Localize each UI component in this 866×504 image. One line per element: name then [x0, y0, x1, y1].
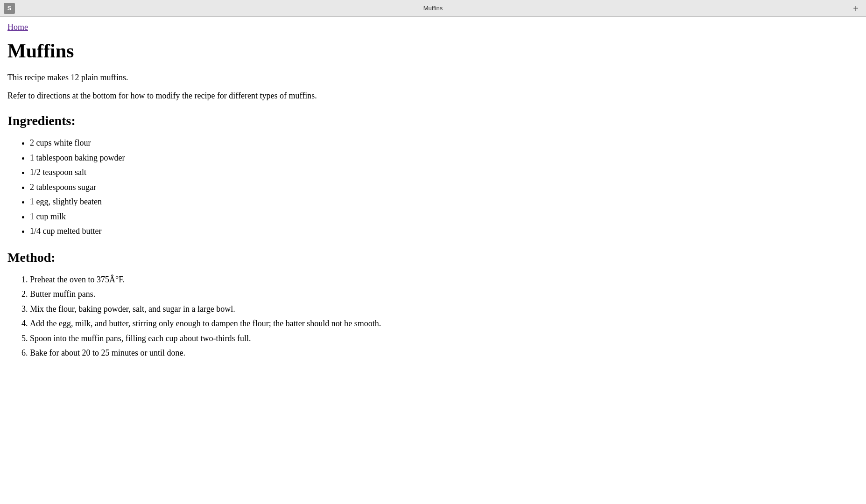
ingredients-heading: Ingredients: — [7, 113, 859, 128]
method-list: Preheat the oven to 375Â°F.Butter muffin… — [7, 273, 859, 361]
method-step: Spoon into the muffin pans, filling each… — [30, 331, 859, 346]
ingredient-item: 1/4 cup melted butter — [30, 224, 859, 239]
method-step: Butter muffin pans. — [30, 287, 859, 302]
page-title: Muffins — [7, 40, 859, 62]
ingredient-item: 1 tablespoon baking powder — [30, 151, 859, 166]
ingredient-item: 2 tablespoons sugar — [30, 180, 859, 195]
ingredient-item: 2 cups white flour — [30, 136, 859, 151]
method-heading: Method: — [7, 250, 859, 265]
ingredient-item: 1/2 teaspoon salt — [30, 165, 859, 180]
new-tab-button[interactable]: + — [849, 4, 862, 13]
intro-line-2: Refer to directions at the bottom for ho… — [7, 90, 859, 102]
ingredients-list: 2 cups white flour1 tablespoon baking po… — [7, 136, 859, 239]
browser-chrome: S Muffins + — [0, 0, 866, 17]
ingredient-item: 1 cup milk — [30, 210, 859, 224]
method-step: Add the egg, milk, and butter, stirring … — [30, 316, 859, 331]
browser-tab-title: Muffins — [423, 5, 443, 12]
browser-tab-bar: S Muffins + — [0, 0, 866, 16]
ingredient-item: 1 egg, slightly beaten — [30, 195, 859, 210]
browser-favicon: S — [4, 3, 15, 14]
method-step: Bake for about 20 to 25 minutes or until… — [30, 346, 859, 361]
intro-line-1: This recipe makes 12 plain muffins. — [7, 71, 859, 84]
method-step: Preheat the oven to 375Â°F. — [30, 273, 859, 287]
home-link[interactable]: Home — [7, 22, 28, 32]
breadcrumb: Home — [7, 22, 859, 32]
method-step: Mix the flour, baking powder, salt, and … — [30, 302, 859, 317]
page-content: Home Muffins This recipe makes 12 plain … — [0, 17, 866, 383]
